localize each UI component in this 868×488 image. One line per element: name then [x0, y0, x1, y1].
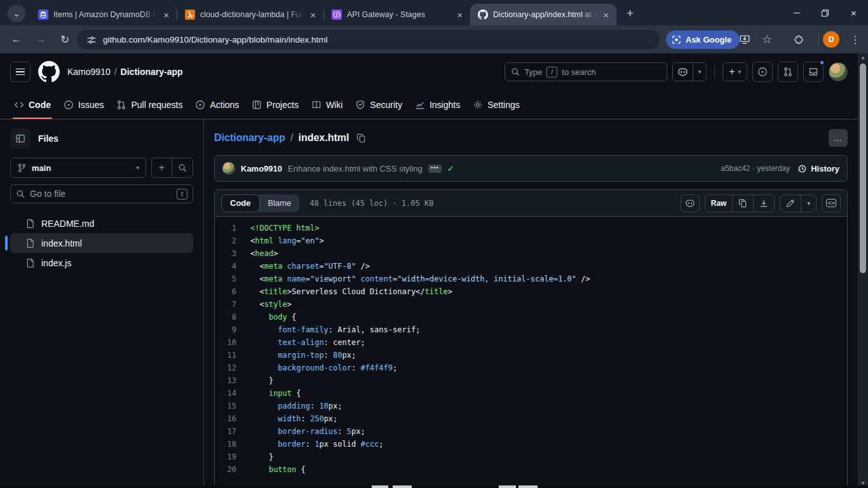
- line-number[interactable]: 19: [215, 451, 250, 463]
- code-tab[interactable]: Code: [221, 194, 260, 212]
- edit-file-button[interactable]: [780, 195, 801, 212]
- pull-requests-button[interactable]: [778, 62, 798, 82]
- new-file-button[interactable]: +: [152, 158, 172, 177]
- repo-tab-settings[interactable]: Settings: [466, 90, 526, 119]
- search-files-button[interactable]: [172, 158, 193, 177]
- issues-button[interactable]: [752, 62, 773, 82]
- back-button[interactable]: ←: [8, 30, 25, 48]
- commit-status-check-icon[interactable]: ✓: [447, 164, 454, 173]
- tab-close-icon[interactable]: ×: [456, 10, 464, 20]
- window-close-button[interactable]: ×: [839, 0, 868, 25]
- line-number[interactable]: 2: [215, 234, 250, 247]
- repo-link[interactable]: Dictionary-app: [121, 67, 183, 77]
- new-tab-button[interactable]: +: [623, 6, 637, 20]
- file-actions-kebab-button[interactable]: …: [829, 129, 848, 147]
- copilot-code-button[interactable]: [681, 194, 700, 212]
- line-number[interactable]: 13: [215, 374, 250, 387]
- line-number[interactable]: 4: [215, 260, 250, 273]
- line-content: margin-top: 80px;: [250, 349, 356, 362]
- breadcrumb-repo-link[interactable]: Dictionary-app: [214, 132, 285, 144]
- symbols-panel-button[interactable]: <>: [822, 194, 841, 212]
- file-tree-item-index.js[interactable]: index.js: [10, 253, 193, 273]
- download-raw-button[interactable]: [753, 195, 774, 212]
- line-number[interactable]: 15: [215, 400, 250, 412]
- window-minimize-button[interactable]: [782, 0, 811, 25]
- user-avatar[interactable]: [829, 62, 848, 81]
- file-tree-item-README.md[interactable]: README.md: [10, 214, 193, 233]
- repo-tab-projects[interactable]: Projects: [245, 90, 305, 119]
- address-bar[interactable]: github.com/Kamo9910/Dictionary-app/blob/…: [78, 30, 660, 50]
- line-number[interactable]: 9: [215, 323, 250, 336]
- repo-tab-actions[interactable]: Actions: [189, 90, 245, 119]
- repo-tab-insights[interactable]: Insights: [409, 90, 466, 119]
- browser-tab[interactable]: API Gateway - Stages×: [324, 4, 470, 25]
- go-to-file-input[interactable]: Go to file t: [10, 184, 193, 203]
- browser-tab[interactable]: Items | Amazon DynamoDB Ma×: [31, 4, 177, 25]
- line-number[interactable]: 7: [215, 298, 250, 311]
- blame-tab[interactable]: Blame: [260, 194, 300, 212]
- owner-link[interactable]: Kamo9910: [67, 67, 111, 77]
- window-restore-button[interactable]: [811, 0, 839, 25]
- search-icon: [511, 67, 520, 76]
- bookmark-star-icon[interactable]: ☆: [759, 32, 775, 47]
- browser-profile-avatar[interactable]: D: [823, 31, 839, 48]
- install-app-icon[interactable]: [737, 32, 752, 47]
- line-content: <style>: [250, 298, 292, 311]
- site-info-icon[interactable]: [86, 35, 97, 45]
- tab-close-icon[interactable]: ×: [309, 10, 317, 20]
- browser-menu-icon[interactable]: ⋮: [848, 32, 863, 47]
- browser-tab[interactable]: cloud-dictionary-lambda | Func×: [177, 4, 323, 25]
- repo-tab-code[interactable]: Code: [8, 90, 57, 119]
- scrollbar-thumb[interactable]: [860, 64, 866, 273]
- global-nav-menu-button[interactable]: [10, 62, 31, 82]
- commit-message[interactable]: Enhance index.html with CSS styling: [288, 164, 423, 173]
- ask-google-button[interactable]: Ask Google: [666, 30, 740, 49]
- forward-button[interactable]: →: [32, 30, 50, 48]
- file-tree-item-index.html[interactable]: index.html: [10, 233, 193, 253]
- repo-tab-wiki[interactable]: Wiki: [305, 90, 349, 119]
- raw-button[interactable]: Raw: [705, 195, 733, 212]
- reload-button[interactable]: ↻: [56, 30, 74, 48]
- page-scrollbar[interactable]: ▲ ▼: [858, 53, 868, 488]
- repo-tab-security[interactable]: Security: [349, 90, 409, 119]
- line-number[interactable]: 8: [215, 311, 250, 323]
- line-number[interactable]: 5: [215, 273, 250, 285]
- collapse-sidebar-button[interactable]: [10, 128, 31, 149]
- tab-close-icon[interactable]: ×: [602, 10, 610, 20]
- copilot-icon[interactable]: [673, 63, 693, 81]
- repo-tab-issues[interactable]: Issues: [57, 90, 110, 119]
- browser-tab[interactable]: Dictionary-app/index.html at m×: [470, 4, 616, 25]
- line-number[interactable]: 10: [215, 336, 250, 349]
- extensions-icon[interactable]: [791, 32, 806, 47]
- inbox-button[interactable]: [803, 62, 824, 82]
- create-new-button[interactable]: +▾: [722, 62, 747, 81]
- history-clock-icon: [797, 164, 807, 173]
- line-number[interactable]: 6: [215, 285, 250, 298]
- copy-raw-content-button[interactable]: [732, 195, 753, 212]
- line-number[interactable]: 3: [215, 247, 250, 260]
- global-search-input[interactable]: Type / to search: [505, 62, 667, 81]
- line-number[interactable]: 11: [215, 349, 250, 362]
- branch-selector[interactable]: main ▾: [10, 158, 146, 178]
- commit-description-toggle[interactable]: •••: [428, 165, 442, 173]
- scroll-up-arrow-icon[interactable]: ▲: [858, 53, 868, 62]
- commit-author-name[interactable]: Kamo9910: [241, 164, 282, 173]
- tab-close-icon[interactable]: ×: [162, 10, 170, 20]
- line-number[interactable]: 14: [215, 387, 250, 400]
- github-logo-icon[interactable]: [38, 61, 60, 83]
- copilot-dropdown-caret[interactable]: ▾: [693, 63, 706, 81]
- line-number[interactable]: 1: [215, 222, 250, 234]
- line-number[interactable]: 20: [215, 463, 250, 476]
- history-button[interactable]: History: [797, 164, 839, 173]
- line-number[interactable]: 12: [215, 362, 250, 374]
- repo-tab-pull-requests[interactable]: Pull requests: [110, 90, 189, 119]
- line-number[interactable]: 16: [215, 412, 250, 425]
- copilot-button[interactable]: ▾: [672, 62, 707, 81]
- edit-dropdown-caret[interactable]: ▾: [801, 195, 816, 212]
- line-number[interactable]: 18: [215, 438, 250, 451]
- copy-path-icon[interactable]: [356, 133, 366, 143]
- tab-search-button[interactable]: ⌄: [8, 4, 25, 22]
- commit-sha-time[interactable]: a5bac42 · yesterday: [721, 164, 790, 173]
- line-number[interactable]: 17: [215, 425, 250, 438]
- commit-author-avatar[interactable]: [222, 162, 235, 175]
